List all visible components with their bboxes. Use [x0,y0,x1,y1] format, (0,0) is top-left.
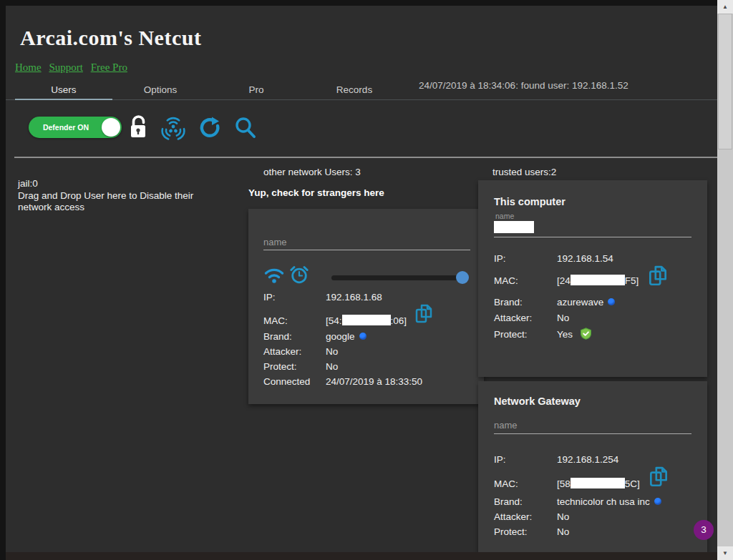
app-title: Arcai.com's Netcut [20,26,201,50]
tab-options[interactable]: Options [112,79,208,101]
strangers-note: Yup, check for strangers here [248,187,384,198]
ip-row: IP:192.168.1.68 [263,292,382,303]
attacker-row: Attacker:No [494,313,569,323]
mac-masked [571,275,625,285]
ip-label: IP: [494,253,557,264]
attacker-row: Attacker:No [263,346,338,357]
protect-value: No [557,526,569,537]
ip-value: 192.168.1.68 [326,292,382,303]
ip-label: IP: [263,292,326,303]
tab-pro[interactable]: Pro [208,79,304,101]
computer-name-input[interactable] [494,221,534,233]
nav-link-home[interactable]: Home [15,62,42,73]
this-computer-card: This computer name IP:192.168.1.54 MAC:[… [478,180,707,377]
wifi-cut-icon[interactable] [263,266,286,285]
netcut-window: Arcai.com's Netcut Home Support Free Pro… [0,0,733,560]
tab-records[interactable]: Records [304,79,404,101]
protect-value: No [326,361,338,372]
ip-label: IP: [494,454,557,465]
copy-mac-icon[interactable] [647,265,669,290]
protect-row: Protect:Yes [494,328,592,340]
mac-masked [571,478,625,488]
mac-label: MAC: [494,478,557,489]
brand-value: google [326,331,355,342]
brand-label: Brand: [494,496,557,507]
other-users-header: other network Users: 3 [263,167,361,177]
scroll-up-button[interactable]: ▲ [717,0,733,14]
ip-value: 192.168.1.54 [557,253,613,264]
tab-users[interactable]: Users [15,79,112,101]
copy-mac-icon[interactable] [414,303,434,328]
mac-row: MAC:[585C] [494,478,640,489]
trusted-users-header: trusted users:2 [492,167,556,177]
connected-row: Connected24/07/2019 à 18:33:50 [263,376,422,387]
mac-prefix: [58 [557,478,571,489]
gateway-name-input[interactable] [494,417,691,434]
mac-prefix: [54: [326,315,342,326]
alarm-clock-icon[interactable] [289,265,309,285]
nav-link-free-pro[interactable]: Free Pro [91,62,127,73]
protect-label: Protect: [494,526,557,537]
user-count-badge[interactable]: 3 [694,520,714,540]
attacker-label: Attacker: [494,511,557,522]
section-divider [14,157,719,158]
attacker-label: Attacker: [263,346,326,357]
bandwidth-slider-thumb[interactable] [456,271,469,284]
jail-header: jail:0 [18,178,193,190]
refresh-icon[interactable] [198,116,223,143]
protect-label: Protect: [494,329,557,340]
brand-row: Brand:technicolor ch usa inc [494,496,661,507]
attacker-label: Attacker: [494,313,557,323]
attacker-value: No [557,313,569,323]
scrollbar[interactable]: ▲ ▼ [717,0,733,560]
jail-instruction-line2: network access [18,202,193,214]
attacker-row: Attacker:No [494,511,569,522]
stranger-name-input[interactable] [263,235,470,250]
scrollbar-thumb[interactable] [718,14,732,149]
mac-suffix: 5C] [625,478,640,489]
connected-label: Connected [263,376,326,387]
bandwidth-slider[interactable] [331,275,467,280]
attacker-value: No [326,346,338,357]
scroll-down-button[interactable]: ▼ [717,546,733,560]
network-gateway-card: Network Gateway IP:192.168.1.254 MAC:[58… [478,381,707,552]
protect-value: Yes [557,329,573,340]
brand-label: Brand: [263,331,326,342]
unlock-icon[interactable] [129,114,155,142]
status-message: 24/07/2019 à 18:34:06: found user: 192.1… [419,80,628,91]
window-bottom-edge [6,552,717,560]
nav-link-support[interactable]: Support [49,62,83,73]
mac-label: MAC: [494,275,557,286]
brand-dot-icon [608,298,615,305]
mac-row: MAC:[54::06] [263,315,407,326]
shield-check-icon [580,328,592,340]
defender-toggle[interactable]: Defender ON [29,117,122,138]
ip-row: IP:192.168.1.54 [494,253,613,264]
protect-row: Protect:No [263,361,338,372]
jail-zone[interactable]: jail:0 Drag and Drop User here to Disabl… [18,178,193,214]
nav-links: Home Support Free Pro [15,62,132,74]
stranger-user-card: IP:192.168.1.68 MAC:[54::06] Brand:googl… [248,209,484,404]
search-icon[interactable] [233,116,259,143]
protect-row: Protect:No [494,526,569,537]
active-tab-underline [15,99,112,100]
wifi-scan-icon[interactable] [161,116,187,143]
mac-suffix: F5] [625,275,639,286]
mac-masked [342,315,391,325]
tab-divider [6,99,717,100]
mac-row: MAC:[24F5] [494,275,639,286]
main-content: Arcai.com's Netcut Home Support Free Pro… [6,6,717,552]
defender-toggle-label: Defender ON [29,117,103,138]
connected-value: 24/07/2019 à 18:33:50 [326,376,422,387]
brand-value: azurewave [557,297,603,308]
attacker-value: No [557,511,569,522]
mac-label: MAC: [263,315,326,326]
name-field-underline [494,237,691,237]
mac-suffix: :06] [391,315,407,326]
defender-toggle-knob[interactable] [102,118,120,137]
ip-value: 192.168.1.254 [557,454,618,465]
brand-dot-icon [654,498,661,505]
brand-label: Brand: [494,297,557,308]
ip-row: IP:192.168.1.254 [494,454,618,465]
copy-mac-icon[interactable] [648,466,669,491]
